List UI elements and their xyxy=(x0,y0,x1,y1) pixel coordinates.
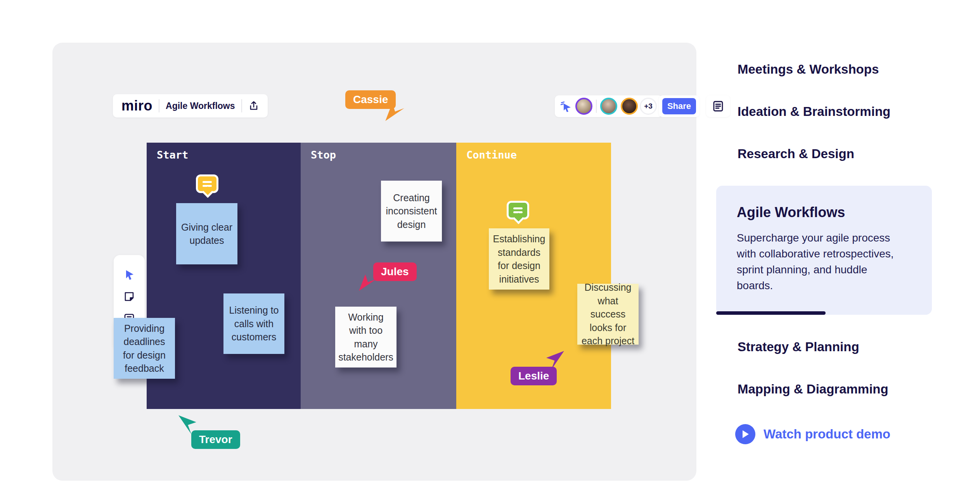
sidebar-item-ideation-brainstorming[interactable]: Ideation & Brainstorming xyxy=(738,104,890,119)
comment-bubble-icon[interactable] xyxy=(507,201,529,219)
upload-icon[interactable] xyxy=(248,100,259,111)
collaborators-bar: +3 xyxy=(555,95,662,117)
column-header: Stop xyxy=(311,149,336,161)
active-item-title: Agile Workflows xyxy=(737,204,845,221)
cursor-pointer-icon xyxy=(177,415,198,436)
cursor-pointer-icon xyxy=(545,350,566,371)
sticky-note[interactable]: Creating inconsistent design xyxy=(381,181,442,242)
follow-cursor-icon[interactable] xyxy=(560,100,572,112)
sticky-note[interactable]: Working with too many stakeholders xyxy=(335,307,397,368)
sticky-note[interactable]: Listening to calls with customers xyxy=(223,293,284,354)
select-cursor-icon[interactable] xyxy=(123,269,135,281)
sticky-note[interactable]: Discussing what success looks for each p… xyxy=(577,284,639,345)
avatar[interactable] xyxy=(621,98,638,115)
avatar-overflow-badge[interactable]: +3 xyxy=(640,98,657,115)
divider xyxy=(159,99,159,112)
cursor-name-tag: Trevor xyxy=(191,430,240,449)
sticky-note[interactable]: Giving clear updates xyxy=(176,203,237,264)
sticky-note[interactable]: Establishing standards for design initia… xyxy=(489,228,549,290)
miro-landing-section: miro Agile Workflows +3 xyxy=(0,0,980,490)
comment-bubble-icon[interactable] xyxy=(196,174,218,193)
avatar[interactable] xyxy=(600,98,617,115)
sidebar-item-agile-workflows-active[interactable]: Agile Workflows Supercharge your agile p… xyxy=(716,186,932,315)
sticky-note[interactable]: Providing deadlines for design feedback xyxy=(114,318,175,379)
sidebar-item-mapping-diagramming[interactable]: Mapping & Diagramming xyxy=(738,382,888,397)
share-pill: Share xyxy=(659,95,700,117)
miro-logo[interactable]: miro xyxy=(121,98,152,114)
sidebar-item-strategy-planning[interactable]: Strategy & Planning xyxy=(738,340,859,354)
cursor-pointer-icon xyxy=(385,102,406,122)
sticky-note-icon[interactable] xyxy=(123,291,135,302)
divider xyxy=(241,99,242,112)
sidebar-item-meetings-workshops[interactable]: Meetings & Workshops xyxy=(738,62,879,77)
avatar[interactable] xyxy=(575,98,592,115)
cursor-pointer-icon xyxy=(358,273,378,292)
board-title[interactable]: Agile Workflows xyxy=(166,101,235,111)
notes-pill xyxy=(706,95,730,117)
cursor-name-tag: Jules xyxy=(373,262,417,281)
column-header: Continue xyxy=(466,149,517,161)
active-item-description: Supercharge your agile process with coll… xyxy=(737,230,906,293)
share-button[interactable]: Share xyxy=(662,98,696,114)
sidebar-item-research-design[interactable]: Research & Design xyxy=(738,147,854,161)
document-icon[interactable] xyxy=(712,100,724,112)
watch-product-demo-link[interactable]: Watch product demo xyxy=(735,424,890,444)
column-header: Start xyxy=(157,149,188,161)
demo-link-label: Watch product demo xyxy=(764,427,890,442)
divider xyxy=(596,100,597,113)
play-icon xyxy=(735,424,755,444)
active-item-progress-bar xyxy=(716,311,826,315)
app-header: miro Agile Workflows xyxy=(113,94,268,117)
